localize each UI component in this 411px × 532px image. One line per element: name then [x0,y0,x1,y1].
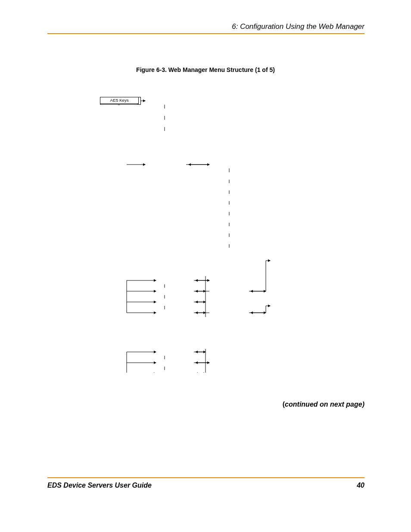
continued-text: continued on next page) [285,401,364,408]
menu-structure-diagram: Status Product Information Network Setti… [100,97,363,373]
page-number: 40 [357,482,364,489]
page-header: 6: Configuration Using the Web Manager [47,22,364,31]
footer-title: EDS Device Servers User Guide [47,482,152,489]
footer-rule [47,477,364,478]
continued-note: (continued on next page) [283,401,364,408]
header-rule [47,33,364,34]
connector-lines [100,97,363,373]
tunnel-sub: AES Keys [100,97,139,104]
figure-caption: Figure 6-3. Web Manager Menu Structure (… [0,66,411,73]
